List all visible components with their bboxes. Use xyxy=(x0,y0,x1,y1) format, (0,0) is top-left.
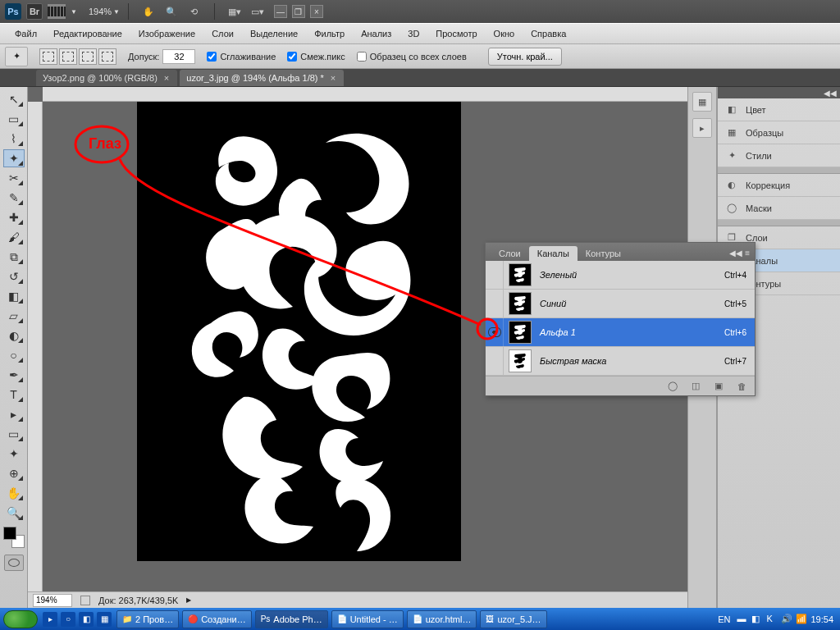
taskbar-item[interactable]: 📄 Untitled - … xyxy=(331,610,404,628)
tray-icon[interactable]: ◧ xyxy=(751,614,763,625)
menu-layer[interactable]: Слои xyxy=(203,27,242,40)
taskbar-item[interactable]: 🔴 Создани… xyxy=(182,610,252,628)
lasso-tool[interactable]: ⌇ xyxy=(3,130,25,148)
channel-row-green[interactable]: Зеленый Ctrl+4 xyxy=(486,261,755,290)
3d-tool[interactable]: ✦ xyxy=(3,445,25,463)
menu-3d[interactable]: 3D xyxy=(399,27,427,40)
doc-tab-1[interactable]: Узор2.png @ 100% (RGB/8)× xyxy=(36,70,177,86)
visibility-toggle[interactable] xyxy=(486,290,504,317)
close-button[interactable]: × xyxy=(310,5,323,18)
tab-paths[interactable]: Контуры xyxy=(578,246,629,261)
menu-window[interactable]: Окно xyxy=(486,27,523,40)
panel-masks[interactable]: ◯Маски xyxy=(718,197,840,220)
menu-filter[interactable]: Фильтр xyxy=(306,27,353,40)
panel-adjustments[interactable]: ◐Коррекция xyxy=(718,174,840,197)
type-tool[interactable]: T xyxy=(3,386,25,404)
collapse-dock-icon[interactable]: ◀◀ xyxy=(718,87,840,98)
refine-edge-button[interactable]: Уточн. край... xyxy=(488,48,562,66)
brush-tool[interactable]: 🖌 xyxy=(3,228,25,246)
minimize-button[interactable]: — xyxy=(274,5,287,18)
channel-row-blue[interactable]: Синий Ctrl+5 xyxy=(486,290,755,318)
tolerance-input[interactable] xyxy=(162,49,195,64)
gradient-tool[interactable]: ▱ xyxy=(3,307,25,325)
close-icon[interactable]: × xyxy=(331,73,336,83)
tab-layers[interactable]: Слои xyxy=(491,246,529,261)
zoom-tool[interactable]: 🔍 xyxy=(3,504,25,522)
tab-channels[interactable]: Каналы xyxy=(529,246,578,261)
stamp-tool[interactable]: ⧉ xyxy=(3,248,25,266)
pen-tool[interactable]: ✒ xyxy=(3,366,25,384)
hand-tool[interactable]: ✋ xyxy=(3,484,25,502)
screen-mode-icon[interactable]: ▭▾ xyxy=(249,3,266,20)
ruler-vertical[interactable] xyxy=(28,102,43,608)
start-button[interactable] xyxy=(3,610,38,628)
healing-tool[interactable]: ✚ xyxy=(3,208,25,226)
eyedropper-tool[interactable]: ✎ xyxy=(3,189,25,207)
panel-styles[interactable]: ✦Стили xyxy=(718,144,840,167)
visibility-toggle[interactable] xyxy=(486,347,504,375)
channel-row-alpha1[interactable]: Альфа 1 Ctrl+6 xyxy=(486,318,755,347)
save-selection-icon[interactable]: ◫ xyxy=(687,379,704,394)
quick-mask-toggle[interactable] xyxy=(4,555,24,571)
magic-wand-tool[interactable]: ✦ xyxy=(3,149,25,167)
sel-subtract[interactable] xyxy=(79,48,97,65)
antialias-checkbox[interactable]: Сглаживание xyxy=(207,52,276,62)
delete-channel-icon[interactable]: 🗑 xyxy=(733,379,750,394)
tray-icon[interactable]: K xyxy=(766,614,778,625)
zoom-input[interactable] xyxy=(33,594,72,607)
foreground-color[interactable] xyxy=(3,527,16,540)
color-proof-icon[interactable] xyxy=(80,596,90,605)
restore-button[interactable]: ❐ xyxy=(292,5,305,18)
doc-info[interactable]: Док: 263,7K/439,5K xyxy=(98,596,178,605)
blur-tool[interactable]: ◐ xyxy=(3,326,25,345)
quicklaunch-icon[interactable]: ○ xyxy=(61,612,75,627)
visibility-toggle[interactable] xyxy=(486,261,504,289)
color-swatches[interactable] xyxy=(3,527,25,548)
history-panel-icon[interactable]: ▦ xyxy=(692,92,712,112)
quicklaunch-icon[interactable]: ▦ xyxy=(97,612,112,627)
shape-tool[interactable]: ▭ xyxy=(3,425,25,443)
info-arrow-icon[interactable]: ▶ xyxy=(186,596,191,604)
move-tool[interactable]: ↖ xyxy=(3,90,25,108)
channel-row-quickmask[interactable]: Быстрая маска Ctrl+7 xyxy=(486,347,755,376)
sel-intersect[interactable] xyxy=(98,48,116,65)
arrange-docs-icon[interactable]: ▦▾ xyxy=(226,3,243,20)
taskbar-item[interactable]: 📄 uzor.html… xyxy=(407,610,477,628)
contiguous-checkbox[interactable]: Смеж.пикс xyxy=(287,52,345,62)
sel-new[interactable] xyxy=(39,48,57,65)
hand-tool-icon[interactable]: ✋ xyxy=(140,3,157,20)
crop-tool[interactable]: ✂ xyxy=(3,169,25,187)
menu-analysis[interactable]: Анализ xyxy=(353,27,399,40)
panel-swatches[interactable]: ▦Образцы xyxy=(718,121,840,144)
zoom-tool-icon[interactable]: 🔍 xyxy=(163,3,180,20)
quicklaunch-icon[interactable]: ▸ xyxy=(43,612,57,627)
eraser-tool[interactable]: ◧ xyxy=(3,287,25,305)
panel-color[interactable]: ◧Цвет xyxy=(718,98,840,121)
language-indicator[interactable]: EN xyxy=(714,614,733,624)
zoom-display[interactable]: 194% xyxy=(89,7,112,16)
mini-bridge-icon[interactable] xyxy=(48,4,66,19)
panel-menu-icon[interactable]: ◀◀ ≡ xyxy=(724,244,755,261)
menu-help[interactable]: Справка xyxy=(523,27,574,40)
menu-edit[interactable]: Редактирование xyxy=(45,27,130,40)
doc-tab-2[interactable]: uzor_3.jpg @ 194% (Альфа 1/8) *× xyxy=(180,70,344,86)
document-canvas[interactable] xyxy=(137,102,461,561)
visibility-toggle[interactable] xyxy=(486,318,504,346)
tray-icon[interactable]: 🔊 xyxy=(781,614,792,625)
tray-icon[interactable]: 📶 xyxy=(796,614,807,625)
clock[interactable]: 19:54 xyxy=(810,614,833,624)
bridge-button[interactable]: Br xyxy=(26,3,43,20)
channels-panel[interactable]: Слои Каналы Контуры ◀◀ ≡ Зеленый Ctrl+4 … xyxy=(485,242,756,396)
path-select-tool[interactable]: ▸ xyxy=(3,405,25,423)
taskbar-item[interactable]: Ps Adobe Ph… xyxy=(255,610,328,628)
marquee-tool[interactable]: ▭ xyxy=(3,110,25,128)
3d-camera-tool[interactable]: ⊕ xyxy=(3,464,25,482)
taskbar-item[interactable]: 🖼 uzor_5.J… xyxy=(480,610,546,628)
load-selection-icon[interactable]: ◯ xyxy=(664,379,681,394)
tray-icon[interactable]: ▬ xyxy=(737,614,748,625)
all-layers-checkbox[interactable]: Образец со всех слоев xyxy=(357,52,467,62)
close-icon[interactable]: × xyxy=(164,73,169,83)
new-channel-icon[interactable]: ▣ xyxy=(710,379,727,394)
current-tool-icon[interactable]: ✦ xyxy=(5,47,28,66)
taskbar-item[interactable]: 📁 2 Пров… xyxy=(116,610,179,628)
